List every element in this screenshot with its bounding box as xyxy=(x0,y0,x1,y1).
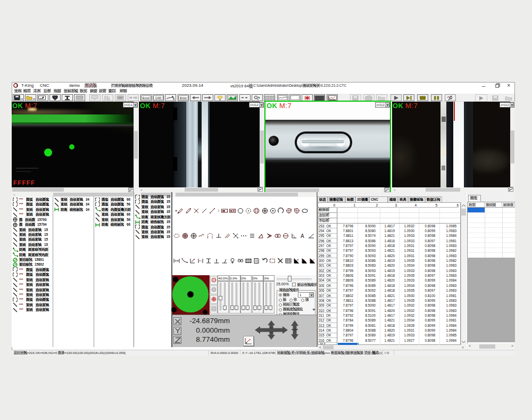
svg-text:B: B xyxy=(173,97,175,101)
svg-text:Excel: Excel xyxy=(143,96,149,100)
svg-text:CAD: CAD xyxy=(155,96,162,100)
svg-text:A: A xyxy=(301,233,304,239)
svg-text:Enter: Enter xyxy=(180,96,187,100)
